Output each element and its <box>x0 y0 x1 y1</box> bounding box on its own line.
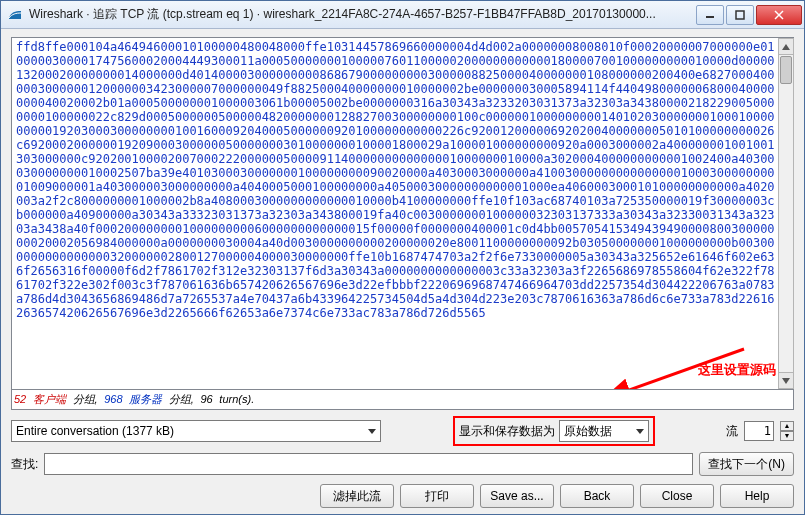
back-button[interactable]: Back <box>560 484 634 508</box>
hex-content[interactable]: ffd8ffe000104a46494600010100000480048000… <box>12 38 778 389</box>
window-title: Wireshark · 追踪 TCP 流 (tcp.stream eq 1) ·… <box>29 6 694 23</box>
find-next-button[interactable]: 查找下一个(N) <box>699 452 794 476</box>
wireshark-icon <box>7 7 23 23</box>
titlebar: Wireshark · 追踪 TCP 流 (tcp.stream eq 1) ·… <box>1 1 804 29</box>
highlight-box: 显示和保存数据为 原始数据 <box>453 416 655 446</box>
close-dialog-button[interactable]: Close <box>640 484 714 508</box>
find-row: 查找: 查找下一个(N) <box>11 452 794 476</box>
content-area: ffd8ffe000104a46494600010100000480048000… <box>1 29 804 514</box>
client-pkt-count: 52 <box>14 393 26 405</box>
find-label: 查找: <box>11 456 38 473</box>
svg-marker-4 <box>782 44 790 50</box>
stream-spin-down[interactable]: ▼ <box>780 431 794 441</box>
svg-marker-5 <box>782 378 790 384</box>
svg-rect-1 <box>736 11 744 19</box>
stream-spin-up[interactable]: ▲ <box>780 421 794 431</box>
stream-label: 流 <box>726 423 738 440</box>
help-button[interactable]: Help <box>720 484 794 508</box>
status-line: 52 客户端 分组, 968 服务器 分组, 96 turn(s). <box>11 390 794 410</box>
hex-viewer: ffd8ffe000104a46494600010100000480048000… <box>11 37 794 390</box>
minimize-button[interactable] <box>696 5 724 25</box>
sep1: 分组, <box>73 393 98 405</box>
scroll-up-button[interactable] <box>779 39 793 55</box>
conversation-value: Entire conversation (1377 kB) <box>16 424 174 438</box>
turns-label: turn(s). <box>219 393 254 405</box>
button-bar: 滤掉此流 打印 Save as... Back Close Help <box>11 484 794 508</box>
find-input[interactable] <box>44 453 693 475</box>
close-button[interactable] <box>756 5 802 25</box>
client-label: 客户端 <box>33 393 66 405</box>
window-controls <box>694 5 802 25</box>
conversation-select[interactable]: Entire conversation (1377 kB) <box>11 420 381 442</box>
stream-number-input[interactable] <box>744 421 774 441</box>
server-label: 服务器 <box>129 393 162 405</box>
scroll-down-button[interactable] <box>779 372 793 388</box>
maximize-button[interactable] <box>726 5 754 25</box>
data-format-select[interactable]: 原始数据 <box>559 420 649 442</box>
data-format-value: 原始数据 <box>564 423 612 440</box>
wireshark-follow-stream-window: Wireshark · 追踪 TCP 流 (tcp.stream eq 1) ·… <box>0 0 805 515</box>
filter-out-button[interactable]: 滤掉此流 <box>320 484 394 508</box>
save-as-button[interactable]: Save as... <box>480 484 554 508</box>
display-save-label: 显示和保存数据为 <box>459 423 555 440</box>
vertical-scrollbar[interactable] <box>778 38 794 389</box>
options-row: Entire conversation (1377 kB) 显示和保存数据为 原… <box>11 416 794 446</box>
turn-count: 96 <box>200 393 212 405</box>
server-pkt-count: 968 <box>104 393 122 405</box>
scroll-thumb[interactable] <box>780 56 792 84</box>
stream-spinner: ▲ ▼ <box>780 421 794 441</box>
sep2: 分组, <box>169 393 194 405</box>
print-button[interactable]: 打印 <box>400 484 474 508</box>
